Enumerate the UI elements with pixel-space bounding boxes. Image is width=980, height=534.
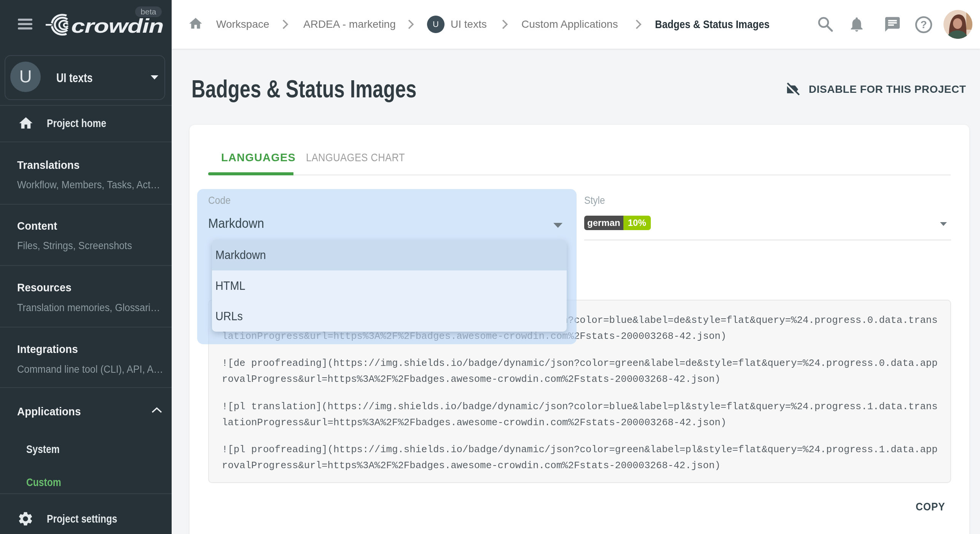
svg-text:?: ? — [920, 19, 927, 30]
